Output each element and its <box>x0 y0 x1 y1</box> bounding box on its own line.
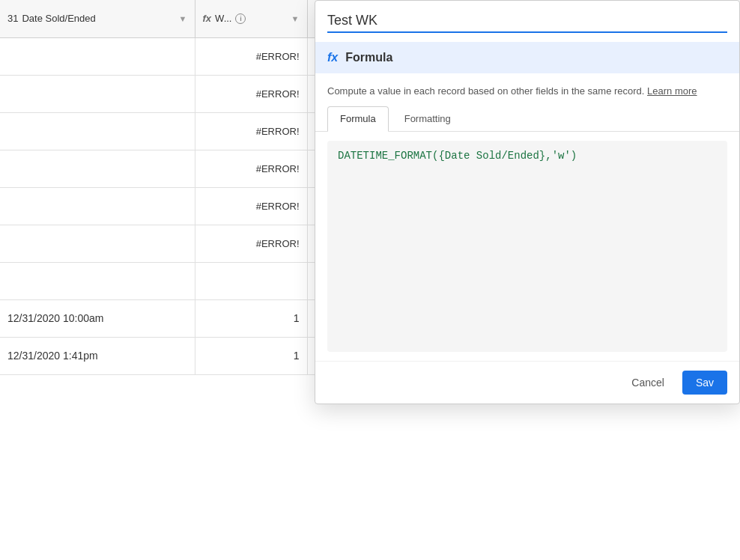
col-date-label: Date Sold/Ended <box>22 13 95 24</box>
cell-date[interactable] <box>0 37 195 75</box>
col-header-w[interactable]: fx W... i ▼ <box>195 0 307 37</box>
cell-date[interactable] <box>0 150 195 187</box>
chevron-down-icon[interactable]: ▼ <box>291 14 300 23</box>
cell-w[interactable] <box>195 262 307 299</box>
cell-w[interactable]: #ERROR! <box>195 75 307 112</box>
cell-date[interactable] <box>0 112 195 150</box>
formula-type-icon: fx <box>327 51 338 64</box>
field-type-label: Formula <box>345 51 392 64</box>
cell-date[interactable] <box>0 75 195 112</box>
cell-date[interactable] <box>0 187 195 225</box>
calendar-icon: 31 <box>7 13 18 24</box>
cell-w[interactable]: 1 <box>195 337 307 374</box>
tab-formatting[interactable]: Formatting <box>392 106 464 131</box>
cell-date[interactable]: 12/31/2020 1:41pm <box>0 337 195 374</box>
info-icon: i <box>235 13 246 24</box>
cell-date[interactable]: 12/31/2020 10:00am <box>0 299 195 337</box>
description-text: Compute a value in each record based on … <box>327 85 644 97</box>
cell-w[interactable]: #ERROR! <box>195 150 307 187</box>
field-name-section <box>315 1 739 42</box>
cell-w[interactable]: #ERROR! <box>195 225 307 262</box>
chevron-down-icon[interactable]: ▼ <box>179 14 187 23</box>
cell-w[interactable]: #ERROR! <box>195 112 307 150</box>
cell-w[interactable]: 1 <box>195 299 307 337</box>
cell-w[interactable]: #ERROR! <box>195 187 307 225</box>
cell-date[interactable] <box>0 225 195 262</box>
modal-actions: Cancel Sav <box>315 361 739 404</box>
cell-w[interactable]: #ERROR! <box>195 37 307 75</box>
col-header-date[interactable]: 31 Date Sold/Ended ▼ <box>0 0 195 37</box>
field-editor-modal: fx Formula Compute a value in each recor… <box>315 0 740 404</box>
formula-editor[interactable]: DATETIME_FORMAT({Date Sold/Ended},'w') <box>327 141 727 353</box>
field-description: Compute a value in each record based on … <box>315 73 739 106</box>
modal-tabs: Formula Formatting <box>315 106 739 132</box>
cancel-button[interactable]: Cancel <box>622 371 673 395</box>
table-container: 31 Date Sold/Ended ▼ fx W... i ▼ fx <box>0 0 740 560</box>
tab-formula[interactable]: Formula <box>327 106 389 132</box>
field-type-selector[interactable]: fx Formula <box>315 42 739 73</box>
save-button[interactable]: Sav <box>682 371 727 395</box>
learn-more-link[interactable]: Learn more <box>647 85 697 97</box>
col-w-label: W... <box>215 13 231 24</box>
formula-icon: fx <box>203 13 212 24</box>
field-name-input[interactable] <box>327 10 727 33</box>
cell-date[interactable] <box>0 262 195 299</box>
